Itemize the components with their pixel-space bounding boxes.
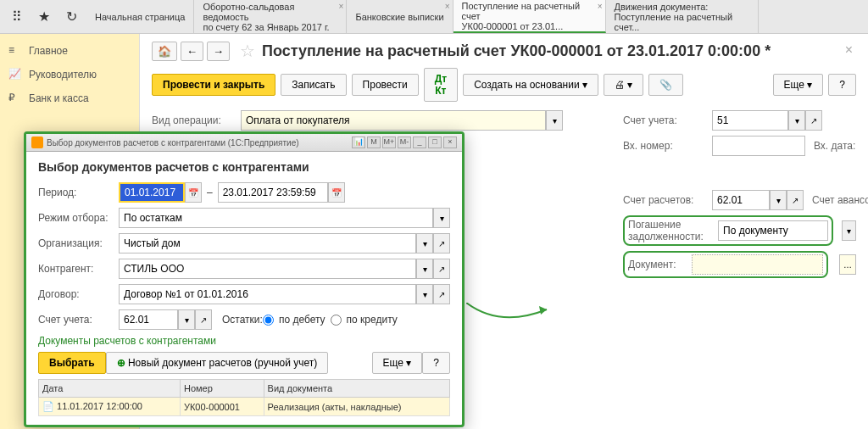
acct-label: Счет учета: bbox=[623, 114, 704, 126]
nav-bank[interactable]: ₽ Банк и касса bbox=[0, 86, 139, 110]
calendar-icon[interactable]: 📅 bbox=[185, 182, 202, 203]
tab-movements[interactable]: Движения документа: Поступление на расче… bbox=[606, 0, 759, 33]
conduct-button[interactable]: Провести bbox=[352, 74, 419, 96]
minimize-icon[interactable]: _ bbox=[413, 136, 426, 148]
col-type[interactable]: Вид документа bbox=[264, 380, 449, 398]
tab-receipt[interactable]: Поступление на расчетный счет УК00-00000… bbox=[453, 0, 606, 33]
tab-turnover[interactable]: Оборотно-сальдовая ведомость по счету 62… bbox=[194, 0, 347, 33]
tab-sublabel: по счету 62 за Январь 2017 г. bbox=[203, 22, 337, 32]
debt-pay-label: Погашение задолженности: bbox=[628, 219, 718, 242]
open-icon[interactable]: ↗ bbox=[433, 284, 450, 304]
print-button[interactable]: 🖨 ▾ bbox=[604, 74, 643, 96]
dropdown-icon[interactable]: ▾ bbox=[770, 190, 787, 210]
open-icon[interactable]: ↗ bbox=[787, 190, 804, 210]
section-title: Документы расчетов с контрагентами bbox=[38, 335, 450, 347]
select-button[interactable]: Выбрать bbox=[38, 352, 106, 374]
close-icon[interactable]: × bbox=[339, 2, 344, 11]
adv-acct-label: Счет авансов: bbox=[812, 194, 868, 206]
close-icon[interactable]: × bbox=[598, 2, 603, 11]
dropdown-icon[interactable]: ▾ bbox=[842, 220, 856, 241]
sys-m-icon[interactable]: M bbox=[367, 136, 381, 148]
col-date[interactable]: Дата bbox=[39, 380, 181, 398]
table-row[interactable]: 📄 11.01.2017 12:00:00 УК00-000001 Реализ… bbox=[39, 398, 450, 416]
attach-button[interactable]: 📎 bbox=[648, 74, 683, 96]
star-icon[interactable]: ★ bbox=[32, 5, 56, 29]
nav-manager[interactable]: 📈 Руководителю bbox=[0, 63, 139, 86]
dropdown-icon[interactable]: ▾ bbox=[416, 259, 433, 279]
in-num-input[interactable] bbox=[712, 136, 805, 156]
period-label: Период: bbox=[38, 187, 119, 198]
dropdown-icon[interactable]: ▾ bbox=[433, 208, 450, 228]
tab-label: Движения документа: bbox=[615, 2, 749, 12]
apps-icon[interactable]: ⠿ bbox=[5, 5, 29, 29]
doc-icon: 📄 bbox=[42, 401, 54, 411]
open-icon[interactable]: ↗ bbox=[433, 233, 450, 254]
org-input[interactable] bbox=[119, 233, 416, 254]
debit-radio[interactable] bbox=[263, 315, 274, 326]
sett-acct-input[interactable] bbox=[712, 190, 770, 210]
modal-titlebar[interactable]: Выбор документов расчетов с контрагентам… bbox=[26, 134, 462, 152]
tab-label: Поступление на расчетный счет bbox=[462, 1, 597, 21]
in-num-label: Вх. номер: bbox=[623, 140, 704, 152]
dropdown-icon[interactable]: ▾ bbox=[178, 309, 195, 330]
close-doc-icon[interactable]: × bbox=[845, 42, 853, 58]
contr-label: Контрагент: bbox=[38, 263, 119, 275]
dropdown-icon[interactable]: ▾ bbox=[416, 284, 433, 304]
back-button[interactable]: ← bbox=[181, 42, 203, 61]
home-button[interactable]: 🏠 bbox=[152, 42, 177, 61]
modal-heading: Выбор документов расчетов с контрагентам… bbox=[38, 160, 450, 174]
dt-kt-button[interactable]: ДтКт bbox=[424, 68, 458, 102]
op-type-input[interactable] bbox=[241, 110, 546, 131]
doc-input[interactable] bbox=[692, 254, 823, 275]
period-to-input[interactable] bbox=[218, 182, 328, 203]
close-icon[interactable]: × bbox=[445, 2, 450, 11]
sys-m-minus-icon[interactable]: M- bbox=[398, 136, 411, 148]
acct-input[interactable] bbox=[119, 309, 178, 330]
open-icon[interactable]: ↗ bbox=[433, 259, 450, 279]
help-button[interactable]: ? bbox=[422, 352, 450, 374]
tab-label: Оборотно-сальдовая ведомость bbox=[203, 2, 337, 22]
svg-marker-0 bbox=[539, 306, 547, 315]
balance-label: Остатки: bbox=[222, 314, 263, 326]
ellipsis-button[interactable]: … bbox=[839, 254, 856, 275]
favorite-icon[interactable]: ☆ bbox=[240, 41, 255, 61]
dropdown-icon[interactable]: ▾ bbox=[546, 110, 563, 131]
filter-input[interactable] bbox=[119, 208, 433, 228]
debt-pay-input[interactable] bbox=[718, 220, 828, 241]
dropdown-icon[interactable]: ▾ bbox=[416, 233, 433, 254]
dropdown-icon[interactable]: ▾ bbox=[788, 110, 805, 131]
agr-input[interactable] bbox=[119, 284, 416, 304]
help-button[interactable]: ? bbox=[828, 74, 856, 96]
acct-input[interactable] bbox=[712, 110, 788, 131]
nav-label: Главное bbox=[29, 45, 68, 57]
credit-radio[interactable] bbox=[331, 315, 342, 326]
new-doc-button[interactable]: ⊕ Новый документ расчетов (ручной учет) bbox=[106, 352, 329, 374]
sys-m-plus-icon[interactable]: M+ bbox=[382, 136, 396, 148]
save-button[interactable]: Записать bbox=[281, 74, 346, 96]
sett-acct-label: Счет расчетов: bbox=[623, 194, 704, 206]
sys-calc-icon[interactable]: 📊 bbox=[352, 136, 365, 148]
maximize-icon[interactable]: □ bbox=[428, 136, 442, 148]
fwd-button[interactable]: → bbox=[207, 42, 230, 61]
tab-bank[interactable]: Банковские выписки × bbox=[347, 0, 453, 33]
plus-icon: ⊕ bbox=[117, 357, 125, 369]
acct-label: Счет учета: bbox=[38, 314, 119, 326]
filter-label: Режим отбора: bbox=[38, 212, 119, 224]
op-type-label: Вид операции: bbox=[152, 114, 232, 126]
open-icon[interactable]: ↗ bbox=[805, 110, 822, 131]
close-icon[interactable]: × bbox=[443, 136, 457, 148]
conduct-close-button[interactable]: Провести и закрыть bbox=[152, 74, 275, 96]
tab-home[interactable]: Начальная страница bbox=[86, 0, 194, 33]
more-button[interactable]: Еще ▾ bbox=[372, 352, 423, 374]
create-based-button[interactable]: Создать на основании ▾ bbox=[463, 74, 598, 96]
open-icon[interactable]: ↗ bbox=[195, 309, 212, 330]
more-button[interactable]: Еще ▾ bbox=[773, 74, 824, 96]
period-from-input[interactable] bbox=[119, 182, 185, 203]
history-icon[interactable]: ↻ bbox=[59, 5, 83, 29]
tab-label: Начальная страница bbox=[95, 12, 185, 22]
tab-bar: Начальная страница Оборотно-сальдовая ве… bbox=[86, 0, 863, 33]
calendar-icon[interactable]: 📅 bbox=[328, 182, 345, 203]
contr-input[interactable] bbox=[119, 259, 416, 279]
col-num[interactable]: Номер bbox=[180, 380, 264, 398]
nav-main[interactable]: ≡ Главное bbox=[0, 39, 139, 63]
